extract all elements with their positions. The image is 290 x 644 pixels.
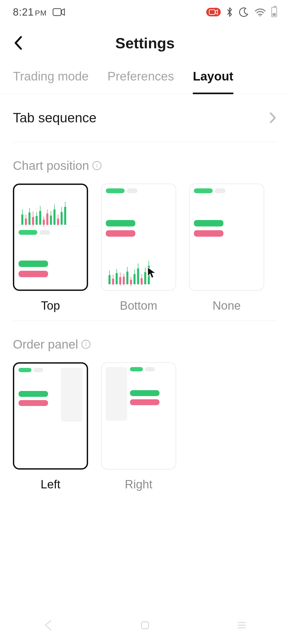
orderbook-placeholder [61,368,82,422]
status-bar: 8:21PM [0,0,290,24]
battery-icon [271,7,277,17]
header: Settings [0,24,290,62]
cursor-icon [147,266,157,279]
chart-position-card-bottom [101,184,176,291]
preview-buttons [19,261,82,277]
back-button[interactable] [13,35,24,51]
chart-position-card-none [189,184,264,291]
chart-position-option-none[interactable]: None [189,184,264,312]
order-panel-title-text: Order panel [13,337,78,352]
order-panel-option-right-label: Right [125,478,153,491]
mini-chart-top [19,189,82,227]
preview-buttons [194,220,259,237]
section-chart-position: Chart position i [0,142,290,320]
chart-position-option-none-label: None [212,299,241,312]
screen-record-icon [206,8,221,16]
nav-back-icon[interactable] [42,619,55,632]
tab-sequence-row[interactable]: Tab sequence [0,94,290,142]
status-left: 8:21PM [13,6,65,18]
chart-position-title: Chart position i [13,158,277,173]
svg-rect-1 [209,10,215,14]
order-panel-card-right [101,362,176,470]
status-right [206,7,277,17]
chevron-right-icon [269,112,277,124]
status-time: 8:21PM [13,6,47,18]
svg-rect-3 [142,622,148,629]
order-panel-options: Left Right [13,362,277,491]
info-icon[interactable]: i [92,161,102,170]
order-panel-option-right[interactable]: Right [101,362,176,491]
chart-position-option-top[interactable]: Top [13,184,88,312]
nav-home-icon[interactable] [138,619,152,632]
tab-trading-mode[interactable]: Trading mode [13,69,89,87]
tabs: Trading mode Preferences Layout [0,62,290,94]
chart-position-option-bottom-label: Bottom [120,299,157,312]
chart-position-title-text: Chart position [13,158,89,173]
wifi-icon [255,8,266,16]
info-icon[interactable]: i [81,340,90,349]
section-order-panel: Order panel i Left [0,321,290,499]
tab-layout[interactable]: Layout [193,69,233,87]
chart-position-options: Top [13,184,277,312]
bluetooth-icon [226,7,233,17]
tab-sequence-label: Tab sequence [13,110,96,126]
moon-icon [238,7,249,17]
mini-chart-bottom [106,248,171,286]
nav-recent-icon[interactable] [235,619,248,632]
orderbook-placeholder [106,367,127,421]
svg-rect-0 [53,9,61,16]
android-nav-bar [0,612,290,639]
chart-position-option-top-label: Top [41,299,60,312]
order-panel-card-left [13,362,88,470]
status-time-ampm: PM [35,9,47,17]
preview-buttons [106,220,171,237]
preview-tabs [194,188,259,193]
order-panel-title: Order panel i [13,337,277,352]
chart-position-card-top [13,184,88,291]
tab-preferences[interactable]: Preferences [107,69,174,87]
order-panel-option-left[interactable]: Left [13,362,88,491]
chart-position-option-bottom[interactable]: Bottom [101,184,176,312]
preview-tabs [19,230,82,235]
order-panel-option-left-label: Left [41,478,60,491]
camera-icon [53,8,65,16]
preview-tabs [106,188,171,193]
svg-point-2 [260,15,261,16]
page-title: Settings [115,34,175,52]
status-time-value: 8:21 [13,6,34,18]
